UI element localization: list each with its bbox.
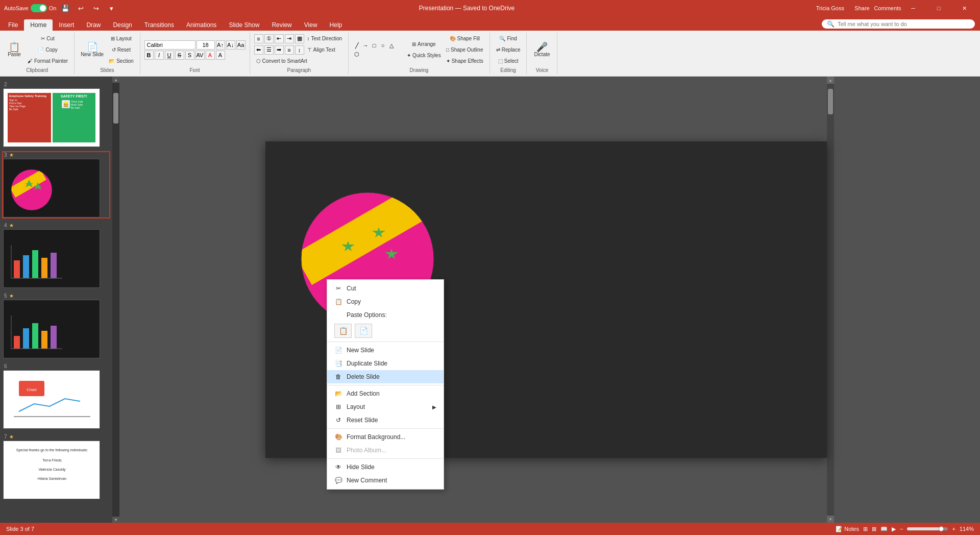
ctx-format-background[interactable]: 🎨 Format Background... (327, 430, 444, 444)
slide-thumb-5[interactable]: 5★ (2, 292, 110, 359)
minimize-button[interactable]: ─ (901, 0, 925, 16)
italic-button[interactable]: I (155, 51, 164, 60)
justify-button[interactable]: ≡ (285, 45, 294, 55)
line-spacing-button[interactable]: ↕ (295, 45, 304, 55)
replace-button[interactable]: ⇌Replace (494, 45, 523, 55)
format-painter-button[interactable]: 🖌Format Painter (26, 56, 70, 66)
align-center-button[interactable]: ☰ (264, 45, 274, 55)
main-scroll-up[interactable]: ▲ (827, 77, 834, 84)
restore-button[interactable]: □ (927, 0, 950, 16)
layout-button[interactable]: ⊞Layout (107, 34, 135, 44)
zoom-out-button[interactable]: − (900, 526, 903, 532)
align-right-button[interactable]: ➡ (275, 45, 284, 55)
ctx-delete-slide[interactable]: 🗑 Delete Slide (327, 370, 444, 383)
undo-button[interactable]: ↩ (75, 2, 87, 14)
new-slide-button[interactable]: 📄 New Slide (79, 36, 106, 64)
clear-formatting-button[interactable]: Aa (236, 40, 246, 50)
redo-button[interactable]: ↪ (90, 2, 102, 14)
slide-thumb-2[interactable]: 2 Employee Safety Training Sign In Find … (2, 81, 110, 148)
shape-effects-button[interactable]: ✦Shape Effects (444, 56, 485, 66)
ctx-add-section[interactable]: 📂 Add Section (327, 387, 444, 400)
ctx-copy[interactable]: 📋 Copy (327, 295, 444, 308)
select-button[interactable]: ⬚Select (494, 56, 523, 66)
zoom-level[interactable]: 114% (960, 526, 974, 532)
search-bar[interactable]: 🔍 Tell me what you want to do (822, 19, 975, 29)
view-reading-button[interactable]: 📖 (880, 526, 888, 532)
slide-canvas[interactable]: ✂ Cut 📋 Copy Paste Options: 📋 📄 (265, 141, 827, 458)
view-slide-sorter-button[interactable]: ⊠ (872, 526, 876, 532)
close-button[interactable]: ✕ (952, 0, 976, 16)
increase-indent-button[interactable]: ⇥ (285, 34, 294, 43)
font-size-decrease-button[interactable]: A↓ (226, 40, 235, 50)
main-scroll-down[interactable]: ▼ (827, 516, 834, 523)
shape-outline-button[interactable]: □Shape Outline (444, 45, 485, 55)
columns-button[interactable]: ▦ (295, 34, 304, 43)
copy-button[interactable]: 📄Copy (26, 45, 70, 55)
main-scroll-thumb[interactable] (828, 89, 833, 114)
user-name[interactable]: Tricia Goss (816, 5, 844, 11)
ctx-new-slide[interactable]: 📄 New Slide (327, 344, 444, 357)
view-presenter-button[interactable]: ▶ (892, 526, 896, 532)
font-name-input[interactable] (144, 40, 195, 50)
shadow-button[interactable]: S (185, 51, 194, 60)
convert-smartart-button[interactable]: ⬡Convert to SmartArt (254, 56, 309, 66)
ctx-new-comment[interactable]: 💬 New Comment (327, 474, 444, 487)
shape-oval-btn[interactable]: ○ (379, 41, 387, 50)
zoom-slider[interactable] (907, 527, 948, 530)
comments-button[interactable]: Comments (876, 0, 899, 16)
tab-help[interactable]: Help (324, 19, 349, 31)
slide-thumb-6[interactable]: 6 Chart (2, 362, 110, 430)
tab-animations[interactable]: Animations (180, 19, 223, 31)
ctx-reset-slide[interactable]: ↺ Reset Slide (327, 414, 444, 427)
find-button[interactable]: 🔍Find (494, 34, 523, 44)
zoom-thumb[interactable] (939, 526, 944, 531)
share-button[interactable]: Share (850, 0, 874, 16)
scroll-up-button[interactable]: ▲ (112, 77, 119, 83)
scroll-down-button[interactable]: ▼ (112, 517, 119, 523)
tab-slideshow[interactable]: Slide Show (223, 19, 265, 31)
shape-other-btn[interactable]: ⬡ (353, 50, 361, 58)
ctx-layout[interactable]: ⊞ Layout ▶ (327, 400, 444, 414)
tab-view[interactable]: View (298, 19, 324, 31)
tab-file[interactable]: File (2, 19, 24, 31)
shape-tri-btn[interactable]: △ (387, 41, 396, 50)
shape-fill-button[interactable]: 🎨Shape Fill (444, 34, 485, 44)
reset-button[interactable]: ↺Reset (107, 45, 135, 55)
slide-thumb-7[interactable]: 7★ Special thanks go to the following in… (2, 433, 110, 500)
qat-more-button[interactable]: ▾ (105, 2, 117, 14)
font-color-button[interactable]: A (206, 51, 215, 60)
save-button[interactable]: 💾 (59, 2, 71, 14)
strikethrough-button[interactable]: S (175, 51, 184, 60)
section-button[interactable]: 📂Section (107, 56, 135, 66)
tab-design[interactable]: Design (107, 19, 138, 31)
notes-button[interactable]: 📝 Notes (836, 526, 859, 532)
slide-panel-scrollbar[interactable]: ▲ ▼ (112, 77, 119, 523)
shape-arrow-btn[interactable]: → (361, 41, 370, 50)
arrange-button[interactable]: ⊞Arrange (405, 39, 443, 50)
paste-button[interactable]: 📋 Paste (4, 36, 24, 64)
text-direction-button[interactable]: ↕Text Direction (305, 34, 345, 44)
quick-styles-button[interactable]: ✦Quick Styles (405, 51, 443, 61)
view-normal-button[interactable]: ⊞ (863, 526, 868, 532)
slide-thumb-4[interactable]: 4★ (2, 222, 110, 289)
slide-thumb-3[interactable]: 3★ (2, 151, 110, 218)
paste-opt-1[interactable]: 📋 (334, 324, 352, 338)
autosave-toggle[interactable] (31, 4, 47, 12)
scroll-thumb[interactable] (113, 93, 118, 124)
char-spacing-button[interactable]: AV (195, 51, 205, 60)
numbering-button[interactable]: ① (264, 34, 274, 43)
cut-button[interactable]: ✂Cut (26, 34, 70, 44)
tab-home[interactable]: Home (24, 19, 53, 31)
align-left-button[interactable]: ⬅ (254, 45, 263, 55)
ctx-cut[interactable]: ✂ Cut (327, 282, 444, 295)
bold-button[interactable]: B (144, 51, 154, 60)
bullets-button[interactable]: ≡ (254, 34, 263, 43)
align-text-button[interactable]: ⊤Align Text (305, 45, 337, 55)
text-highlight-button[interactable]: A (216, 51, 225, 60)
ctx-hide-slide[interactable]: 👁 Hide Slide (327, 460, 444, 474)
zoom-in-button[interactable]: + (952, 526, 955, 532)
shape-line-btn[interactable]: ╱ (353, 41, 361, 50)
main-scrollbar-v[interactable]: ▲ ▼ (827, 77, 834, 523)
font-size-increase-button[interactable]: A↑ (216, 40, 225, 50)
shape-rect-btn[interactable]: □ (370, 41, 378, 50)
